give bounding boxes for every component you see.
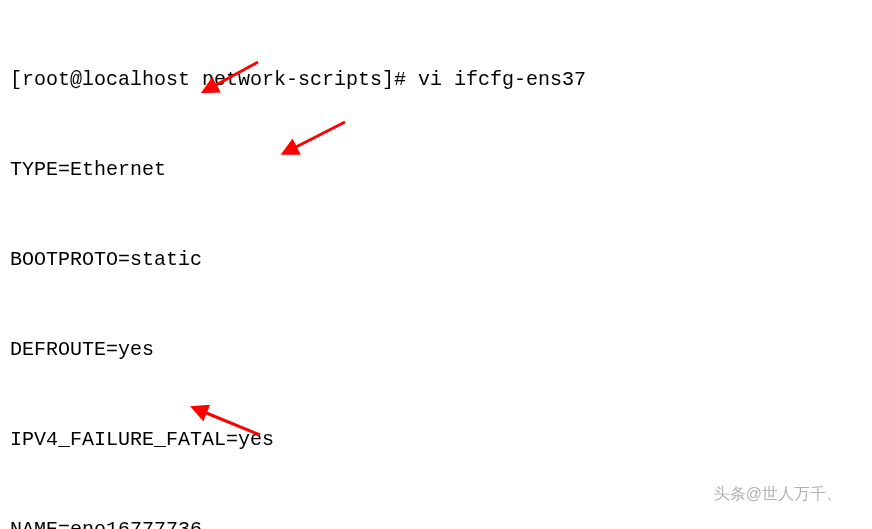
config-line-name: NAME=eno16777736 xyxy=(10,515,872,529)
config-line-type: TYPE=Ethernet xyxy=(10,155,872,185)
terminal-window[interactable]: [root@localhost network-scripts]# vi ifc… xyxy=(0,0,872,529)
prompt-line: [root@localhost network-scripts]# vi ifc… xyxy=(10,65,872,95)
config-line-ipv4fail: IPV4_FAILURE_FATAL=yes xyxy=(10,425,872,455)
config-line-defroute: DEFROUTE=yes xyxy=(10,335,872,365)
watermark-text: 头条@世人万千、 xyxy=(714,479,842,509)
config-line-bootproto: BOOTPROTO=static xyxy=(10,245,872,275)
